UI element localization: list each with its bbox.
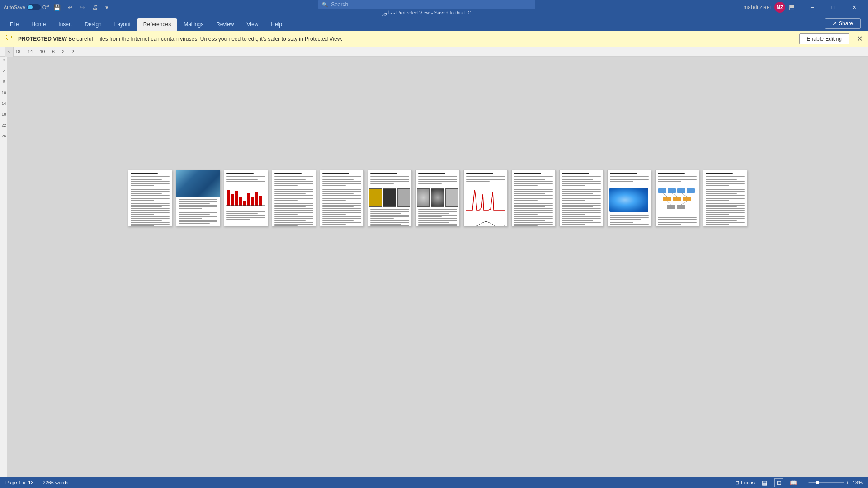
- tab-review[interactable]: Review: [210, 18, 240, 31]
- zoom-out-button[interactable]: −: [803, 480, 806, 485]
- page-thumb-9[interactable]: [511, 170, 556, 226]
- doc-title: تبلور: [382, 10, 392, 15]
- tab-help[interactable]: Help: [264, 18, 288, 31]
- shield-icon: 🛡: [5, 34, 14, 43]
- print-layout-button[interactable]: ▤: [760, 478, 769, 487]
- page-thumb-4[interactable]: [272, 170, 316, 226]
- zoom-percent: 13%: [853, 480, 863, 485]
- enable-editing-button[interactable]: Enable Editing: [799, 33, 849, 44]
- statusbar-right: ⊡ Focus ▤ ⊞ 📖 − + 13%: [735, 478, 863, 487]
- protected-badge: PROTECTED VIEW: [18, 36, 67, 42]
- page7-img2: [431, 188, 444, 207]
- tab-home[interactable]: Home: [25, 18, 52, 31]
- search-input[interactable]: [331, 1, 532, 8]
- page-thumb-7[interactable]: [415, 170, 460, 226]
- tab-file[interactable]: File: [4, 18, 25, 31]
- svg-rect-16: [677, 188, 685, 193]
- ruler-horizontal: ↖ 18 14 10 6 2 2: [0, 47, 868, 57]
- page-thumb-5[interactable]: [320, 170, 364, 226]
- page-thumb-8[interactable]: [463, 170, 508, 226]
- web-layout-button[interactable]: ⊞: [774, 478, 783, 487]
- search-icon: 🔍: [322, 2, 328, 8]
- focus-label: Focus: [741, 480, 755, 485]
- autosave-toggle[interactable]: [27, 4, 41, 10]
- svg-rect-17: [687, 188, 695, 193]
- zoom-slider[interactable]: [808, 482, 844, 483]
- titlebar-center: 🔍 تبلور - Protected View - Saved to this…: [114, 0, 740, 16]
- save-icon[interactable]: 💾: [52, 3, 62, 12]
- page7-img1: [417, 188, 430, 207]
- tab-insert[interactable]: Insert: [52, 18, 78, 31]
- page6-img2: [383, 188, 396, 207]
- close-protected-bar-button[interactable]: ✕: [857, 34, 863, 43]
- statusbar: Page 1 of 13 2266 words ⊡ Focus ▤ ⊞ 📖 − …: [0, 477, 868, 488]
- page-thumb-3[interactable]: [224, 170, 268, 226]
- thumbnails-row: [119, 170, 756, 226]
- user-initials: MZ: [777, 5, 783, 10]
- redo-icon[interactable]: ↪: [78, 3, 87, 12]
- svg-line-25: [681, 193, 687, 197]
- customize-icon[interactable]: ▾: [104, 3, 110, 12]
- page-thumb-1[interactable]: [128, 170, 172, 226]
- tab-mailings[interactable]: Mailings: [177, 18, 210, 31]
- print-icon[interactable]: 🖨: [90, 3, 100, 12]
- protected-view-label: Protected View: [396, 10, 430, 15]
- titlebar-icons: 💾 ↩ ↪ 🖨 ▾: [52, 3, 110, 12]
- search-bar[interactable]: 🔍: [318, 0, 535, 9]
- page-thumb-11[interactable]: [607, 170, 651, 226]
- window-controls: ─ □ ✕: [802, 0, 864, 14]
- ruler-vertical: 2 2 6 10 14 18 22 26: [0, 57, 7, 477]
- chart2-svg: [466, 188, 505, 212]
- page-thumb-12[interactable]: [655, 170, 699, 226]
- close-button[interactable]: ✕: [844, 0, 864, 14]
- page-thumb-10[interactable]: [559, 170, 604, 226]
- blue-smoke-img: [609, 188, 648, 212]
- page-thumb-6[interactable]: [368, 170, 412, 226]
- titlebar: AutoSave Off 💾 ↩ ↪ 🖨 ▾ 🔍 تبلور - Protect…: [0, 0, 868, 14]
- avatar[interactable]: MZ: [774, 2, 785, 13]
- svg-rect-14: [658, 188, 666, 193]
- svg-rect-2: [235, 191, 238, 206]
- page-thumb-13[interactable]: [703, 170, 747, 226]
- page6-img3: [397, 188, 410, 207]
- page7-img3: [445, 188, 458, 207]
- protected-text: PROTECTED VIEW Be careful—files from the…: [18, 36, 796, 42]
- tab-references[interactable]: References: [137, 18, 177, 31]
- svg-rect-21: [667, 205, 675, 209]
- svg-rect-7: [255, 192, 258, 206]
- page-thumb-2[interactable]: [176, 170, 220, 226]
- svg-rect-4: [243, 201, 246, 206]
- svg-rect-3: [239, 197, 242, 206]
- svg-line-23: [662, 193, 667, 197]
- zoom-area: − + 13%: [803, 480, 863, 485]
- restore-button[interactable]: □: [823, 0, 844, 14]
- undo-icon[interactable]: ↩: [66, 3, 75, 12]
- minimize-button[interactable]: ─: [802, 0, 823, 14]
- svg-rect-6: [251, 197, 254, 206]
- doc-separator: -: [393, 10, 396, 15]
- ribbon-display-icon[interactable]: ⬒: [789, 4, 795, 11]
- autosave-area: AutoSave Off: [4, 4, 49, 10]
- svg-rect-1: [231, 194, 234, 206]
- saved-label: Saved to this PC: [434, 10, 471, 15]
- svg-rect-15: [668, 188, 676, 193]
- user-name: mahdi ziaei: [743, 4, 771, 10]
- zoom-in-button[interactable]: +: [846, 480, 849, 485]
- tab-view[interactable]: View: [241, 18, 265, 31]
- share-button[interactable]: ↗ Share: [825, 18, 861, 29]
- read-mode-button[interactable]: 📖: [789, 478, 798, 487]
- chart3-svg: [466, 218, 505, 226]
- svg-rect-0: [227, 190, 230, 206]
- svg-rect-18: [663, 197, 671, 201]
- ribbon-tabs: File Home Insert Design Layout Reference…: [0, 14, 868, 31]
- word-count: 2266 words: [42, 480, 68, 485]
- titlebar-left: AutoSave Off 💾 ↩ ↪ 🖨 ▾: [4, 3, 110, 12]
- tab-design[interactable]: Design: [78, 18, 108, 31]
- focus-icon: ⊡: [735, 480, 739, 486]
- tab-layout[interactable]: Layout: [108, 18, 137, 31]
- doc-info: تبلور - Protected View - Saved to this P…: [382, 10, 471, 16]
- page6-img1: [369, 188, 382, 207]
- svg-rect-22: [677, 205, 685, 209]
- focus-button[interactable]: ⊡ Focus: [735, 480, 755, 486]
- page-info: Page 1 of 13: [5, 480, 33, 485]
